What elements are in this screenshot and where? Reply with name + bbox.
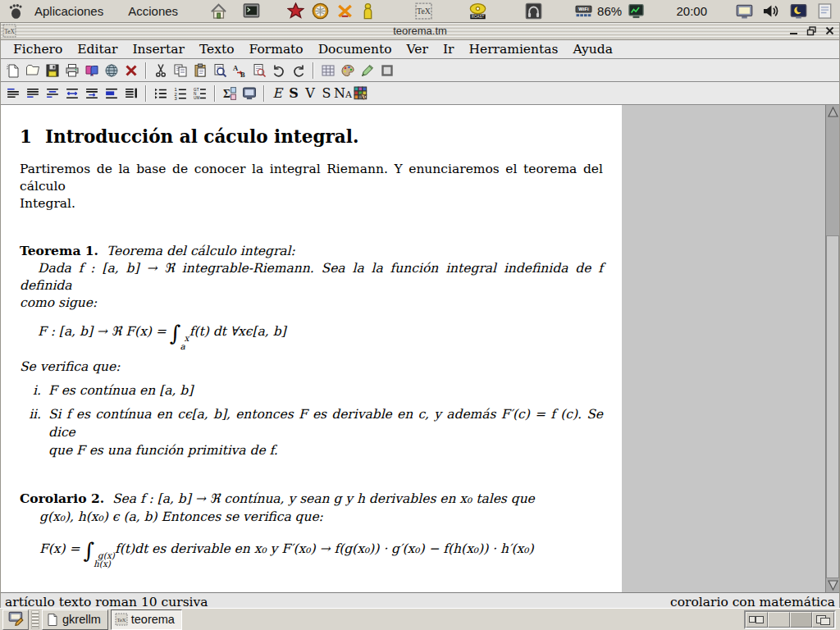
- workspace-4[interactable]: [812, 612, 834, 628]
- undo-button[interactable]: [269, 61, 289, 80]
- menu-formato[interactable]: Formato: [242, 42, 311, 57]
- tray-wifi[interactable]: WiFi: [572, 2, 595, 21]
- tray-screensaver[interactable]: [789, 2, 807, 21]
- description-list-button[interactable]: GTNUM: [190, 84, 210, 103]
- document-page[interactable]: 1Introducción al cáculo integral. Partir…: [1, 105, 622, 592]
- insert-image-button[interactable]: [338, 61, 358, 80]
- insert-math-button[interactable]: Σ: [220, 84, 240, 103]
- bottom-panel: gkrellmTeXteorema: [0, 608, 840, 630]
- launcher-star[interactable]: [286, 2, 304, 21]
- style-book-button[interactable]: [82, 61, 102, 80]
- paragraph-indent-icon: [84, 86, 99, 101]
- format-strong-button[interactable]: S: [285, 84, 302, 103]
- bullet-list-button[interactable]: [151, 84, 171, 103]
- texmacs-window: TeX teorema.tm FicheroEditarInsertarText…: [0, 23, 840, 608]
- launcher-web[interactable]: [311, 2, 329, 21]
- insert-frame-icon: [380, 63, 395, 78]
- launcher-cdroast[interactable]: ROAST: [468, 2, 486, 21]
- restore-button[interactable]: [805, 24, 818, 37]
- copy-button[interactable]: [171, 61, 190, 80]
- menu-insertar[interactable]: Insertar: [125, 42, 192, 57]
- paragraph-right-icon: [45, 86, 60, 101]
- integral-sign: ∫: [84, 538, 95, 563]
- launcher-tools[interactable]: [336, 2, 354, 21]
- replace-button[interactable]: AB: [230, 61, 249, 80]
- tray-sysmon[interactable]: [627, 2, 645, 21]
- tray-display[interactable]: [735, 2, 753, 21]
- mini-window: [749, 616, 756, 623]
- menu-ir[interactable]: Ir: [436, 42, 462, 57]
- paragraph-left-button[interactable]: [3, 84, 23, 103]
- task-teorema-button[interactable]: TeXteorema: [111, 609, 182, 630]
- color-tool-button[interactable]: [351, 84, 371, 103]
- launcher-terminal[interactable]: [242, 2, 260, 21]
- paragraph-center-button[interactable]: [23, 84, 43, 103]
- numbered-list-button[interactable]: 123: [171, 84, 190, 103]
- paragraph-justify-button[interactable]: [62, 84, 82, 103]
- paragraph-margin-button[interactable]: [121, 84, 141, 103]
- paragraph-indent-button[interactable]: [82, 84, 102, 103]
- corollary-line: g(x₀), h(x₀) ϵ (a, b) Entonces se verifi…: [20, 508, 603, 526]
- new-document-button[interactable]: [3, 61, 23, 80]
- theorem-formula: F : [a, b] → ℜ F(x) =∫xaf(t) dt ∀xϵ[a, b…: [38, 319, 603, 350]
- find-button[interactable]: [210, 61, 230, 80]
- format-verbatim-button[interactable]: V: [302, 84, 318, 103]
- menu-ver[interactable]: Ver: [399, 42, 436, 57]
- gnome-main-menu[interactable]: [7, 2, 25, 21]
- menu-bar: FicheroEditarInsertarTextoFormatoDocumen…: [1, 40, 839, 59]
- launcher-home[interactable]: [209, 2, 227, 21]
- save-document-button[interactable]: [43, 61, 62, 80]
- spell-check-button[interactable]: [249, 61, 269, 80]
- scroll-up-arrow-icon[interactable]: [827, 106, 839, 119]
- close-document-button[interactable]: [121, 61, 141, 80]
- workspace-switcher[interactable]: [744, 610, 836, 629]
- section-heading: 1Introducción al cáculo integral.: [20, 126, 603, 147]
- panel-clock[interactable]: 20:00: [676, 4, 707, 18]
- menu-fichero[interactable]: Fichero: [6, 42, 70, 57]
- print-document-icon: [65, 63, 80, 78]
- scrollbar-thumb[interactable]: [826, 235, 839, 578]
- menu-herramientas[interactable]: Herramientas: [461, 42, 565, 57]
- menu-aplicaciones[interactable]: Aplicaciones: [33, 4, 105, 18]
- menu-documento[interactable]: Documento: [311, 42, 399, 57]
- open-web-button[interactable]: [102, 61, 121, 80]
- format-sample-button[interactable]: S: [318, 84, 335, 103]
- tray-volume[interactable]: [761, 2, 779, 21]
- show-desktop-button[interactable]: [2, 609, 29, 630]
- workspace-2[interactable]: [768, 612, 790, 628]
- format-name-button[interactable]: Na: [335, 84, 351, 103]
- print-document-button[interactable]: [62, 61, 82, 80]
- intro-paragraph: Partiremos de la base de conocer la inte…: [20, 161, 603, 212]
- paragraph-block-button[interactable]: [102, 84, 121, 103]
- paragraph-right-button[interactable]: [43, 84, 62, 103]
- launcher-user[interactable]: [358, 2, 377, 21]
- tray-audio[interactable]: [524, 2, 542, 21]
- desktop-pen-icon: [8, 610, 24, 629]
- insert-table-button[interactable]: [318, 61, 338, 80]
- menu-acciones[interactable]: Acciones: [126, 4, 180, 18]
- task-gkrellm-button[interactable]: gkrellm: [42, 609, 108, 630]
- redo-button[interactable]: [289, 61, 308, 80]
- new-document-icon: [6, 63, 21, 78]
- minimize-button[interactable]: [787, 24, 800, 37]
- menu-editar[interactable]: Editar: [70, 42, 125, 57]
- close-button[interactable]: [823, 24, 836, 37]
- paragraph-margin-icon: [124, 86, 139, 101]
- launcher-tex[interactable]: TeX: [414, 2, 432, 21]
- menu-texto[interactable]: Texto: [192, 42, 242, 57]
- workspace-3[interactable]: [790, 612, 812, 628]
- cut-button[interactable]: [151, 61, 171, 80]
- format-emphasis-button[interactable]: E: [269, 84, 285, 103]
- workspace-1[interactable]: [746, 612, 768, 628]
- panel-drag-handle[interactable]: [31, 610, 39, 629]
- menu-ayuda[interactable]: Ayuda: [565, 42, 619, 57]
- insert-session-button[interactable]: [240, 84, 259, 103]
- vertical-scrollbar[interactable]: [825, 105, 839, 592]
- open-document-button[interactable]: [23, 61, 43, 80]
- window-titlebar[interactable]: TeX teorema.tm: [1, 23, 839, 40]
- insert-frame-button[interactable]: [377, 61, 397, 80]
- paste-button[interactable]: [190, 61, 210, 80]
- insert-link-button[interactable]: [358, 61, 377, 80]
- tray-notes[interactable]: [815, 2, 833, 21]
- scroll-down-arrow-icon[interactable]: [827, 578, 839, 591]
